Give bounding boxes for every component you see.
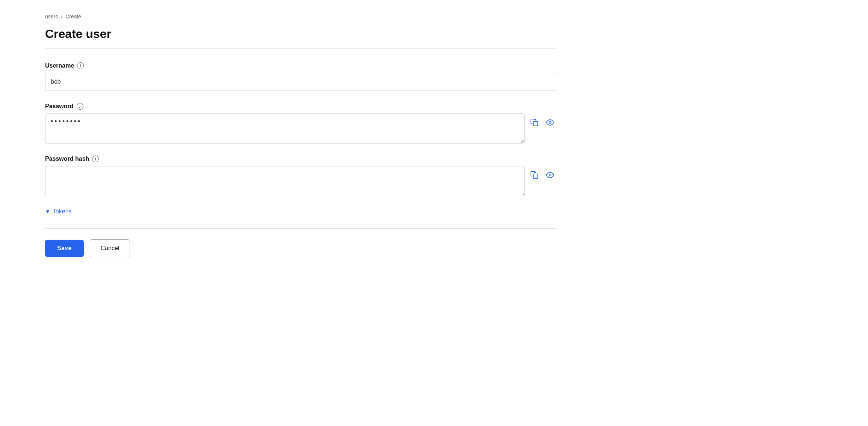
tokens-label: Tokens [53, 208, 72, 215]
password-input[interactable]: •••••••• [45, 113, 525, 144]
password-hash-info-icon[interactable]: i [92, 156, 99, 162]
password-hash-field-group: Password hash i [45, 156, 556, 196]
page-container: users / Create Create user Username i Pa… [0, 0, 601, 271]
username-label: Username [45, 62, 74, 69]
password-hash-label-row: Password hash i [45, 156, 556, 162]
password-hash-copy-button[interactable] [528, 169, 540, 181]
password-info-icon[interactable]: i [77, 103, 83, 110]
password-hash-input-wrapper [45, 166, 556, 196]
breadcrumb: users / Create [45, 14, 556, 20]
password-input-wrapper: •••••••• [45, 113, 556, 144]
password-copy-button[interactable] [528, 116, 540, 128]
username-label-row: Username i [45, 62, 556, 69]
username-input-wrapper [45, 73, 556, 91]
tokens-toggle[interactable]: ▼ Tokens [45, 208, 556, 215]
form-section: Username i Password i •••••••• [45, 62, 556, 257]
password-hash-input[interactable] [45, 166, 525, 196]
username-info-icon[interactable]: i [77, 62, 84, 69]
breadcrumb-current: Create [65, 14, 81, 20]
page-title: Create user [45, 27, 556, 41]
tokens-chevron-icon: ▼ [45, 208, 50, 215]
save-button[interactable]: Save [45, 240, 84, 257]
svg-point-3 [549, 121, 551, 124]
cancel-button[interactable]: Cancel [90, 239, 130, 257]
svg-rect-4 [533, 174, 538, 178]
bottom-divider [45, 228, 556, 229]
password-hash-visibility-button[interactable] [544, 169, 556, 181]
username-input[interactable] [45, 73, 556, 91]
action-row: Save Cancel [45, 239, 556, 257]
breadcrumb-separator: / [61, 14, 62, 20]
password-hash-label: Password hash [45, 156, 89, 162]
svg-rect-0 [533, 121, 538, 126]
svg-point-7 [549, 174, 551, 176]
password-visibility-button[interactable] [544, 116, 556, 128]
password-label-row: Password i [45, 103, 556, 110]
password-label: Password [45, 103, 74, 110]
password-field-group: Password i •••••••• [45, 103, 556, 144]
title-divider [45, 48, 556, 49]
breadcrumb-users-link[interactable]: users [45, 14, 58, 20]
username-field-group: Username i [45, 62, 556, 91]
